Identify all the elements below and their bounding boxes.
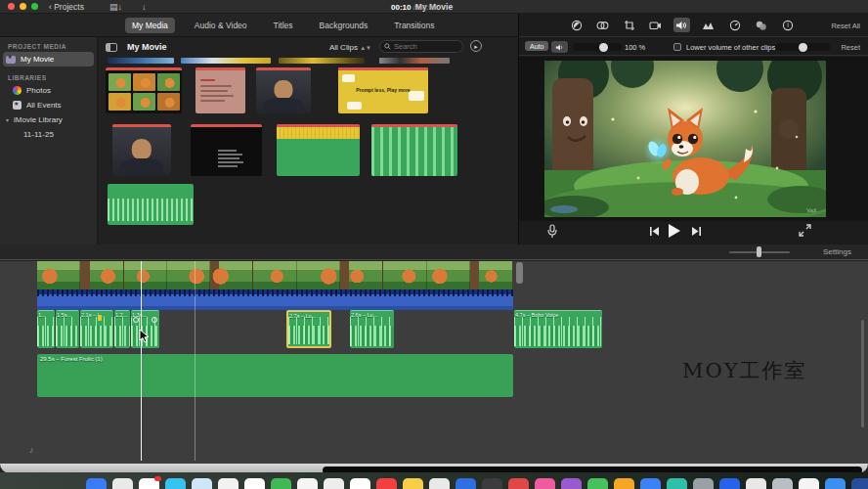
fade-handle[interactable] xyxy=(133,317,139,323)
media-strip[interactable] xyxy=(379,58,450,64)
dock-app-icon[interactable] xyxy=(429,478,450,489)
tab-audio-video[interactable]: Audio & Video xyxy=(188,18,254,33)
dock-app-icon[interactable] xyxy=(535,478,555,489)
dock-app-icon[interactable] xyxy=(403,478,423,489)
dock-app-icon[interactable] xyxy=(693,478,714,489)
audio-clip[interactable]: 4.7s – Bobo Voice xyxy=(514,310,602,348)
dock-app-icon[interactable] xyxy=(112,478,133,489)
sidebar-item-my-movie[interactable]: My Movie xyxy=(3,52,94,67)
dock-app-icon[interactable] xyxy=(587,478,608,489)
background-music-clip[interactable]: 29.5s – Forest Frolic (1) xyxy=(37,354,513,397)
media-thumbnail-screen-recording[interactable] xyxy=(191,124,262,176)
dock-app-icon[interactable] xyxy=(218,478,239,489)
volume-slider-thumb[interactable] xyxy=(599,43,608,52)
dock-app-icon[interactable] xyxy=(244,478,265,489)
sidebar-item-photos[interactable]: Photos xyxy=(0,83,97,98)
dock-app-icon[interactable] xyxy=(139,478,159,489)
auto-volume-button[interactable]: Auto xyxy=(525,41,548,51)
tab-titles[interactable]: Titles xyxy=(267,18,300,33)
media-thumbnail-audio-yellow[interactable] xyxy=(277,124,360,176)
speed-icon[interactable] xyxy=(726,18,743,32)
audio-clip[interactable]: 2.7s – Lu... xyxy=(286,310,331,348)
dock-app-icon[interactable] xyxy=(86,478,107,489)
dock-app-icon[interactable] xyxy=(165,478,186,489)
fox-grid-cell xyxy=(108,73,131,91)
dock-app-icon[interactable] xyxy=(825,478,846,489)
media-thumbnail-webcam-2[interactable] xyxy=(112,124,171,176)
tab-my-media[interactable]: My Media xyxy=(125,18,175,33)
search-box[interactable] xyxy=(379,40,463,53)
dock-app-icon[interactable] xyxy=(297,478,318,489)
audio-clip[interactable]: 1... xyxy=(37,310,55,348)
previous-frame-icon[interactable] xyxy=(649,226,660,237)
info-icon[interactable]: i xyxy=(779,18,796,32)
sidebar-toggle-icon[interactable] xyxy=(106,43,117,52)
chevron-down-icon[interactable]: ▾ xyxy=(6,116,9,123)
dock-app-icon[interactable] xyxy=(324,478,344,489)
color-correction-icon[interactable] xyxy=(594,18,611,32)
audio-clip[interactable]: 2.1s – L... xyxy=(80,310,113,348)
video-clip-filmstrip[interactable] xyxy=(37,261,513,289)
audio-clip[interactable]: 1.5s... xyxy=(56,310,79,348)
vertical-scrollbar[interactable] xyxy=(861,320,864,427)
fade-handle[interactable] xyxy=(152,317,157,323)
dock-app-icon[interactable] xyxy=(772,478,793,489)
dock-app-icon[interactable] xyxy=(561,478,582,489)
reset-all-button[interactable]: Reset All xyxy=(831,22,860,30)
stabilization-icon[interactable] xyxy=(647,18,664,32)
media-strip[interactable] xyxy=(279,58,365,64)
autoplay-icon[interactable]: ▸ xyxy=(470,40,482,52)
next-frame-icon[interactable] xyxy=(691,226,702,237)
clip-trim-handle[interactable] xyxy=(516,262,523,284)
dock-app-icon[interactable] xyxy=(719,478,740,489)
crop-icon[interactable] xyxy=(621,18,637,32)
audio-clip[interactable]: 1.2... xyxy=(114,310,130,348)
timeline-settings-button[interactable]: Settings xyxy=(823,247,851,256)
clip-filter-icon[interactable] xyxy=(753,18,769,32)
audio-clip[interactable]: 2.6s – Lu... xyxy=(350,310,394,348)
dock-app-icon[interactable] xyxy=(667,478,687,489)
tab-transitions[interactable]: Transitions xyxy=(387,18,441,33)
lower-volume-checkbox[interactable] xyxy=(673,43,681,51)
dock-app-icon[interactable] xyxy=(271,478,291,489)
volume-slider[interactable] xyxy=(573,43,622,51)
dock-app-icon[interactable] xyxy=(746,478,766,489)
reset-button[interactable]: Reset xyxy=(841,43,860,52)
media-thumbnail-audio-green[interactable] xyxy=(108,184,194,225)
media-thumbnail-webcam-1[interactable] xyxy=(256,67,311,113)
media-thumbnail-audio-spikes[interactable] xyxy=(371,124,457,176)
fullscreen-icon[interactable] xyxy=(799,224,811,237)
media-thumbnail-document[interactable] xyxy=(195,67,245,113)
sidebar-item-all-events[interactable]: All Events xyxy=(0,98,97,112)
volume-icon[interactable] xyxy=(673,18,690,32)
tab-backgrounds[interactable]: Backgrounds xyxy=(313,18,375,33)
dock-app-icon[interactable] xyxy=(376,478,397,489)
media-thumbnail-slide[interactable]: Prompt less, Play more xyxy=(338,67,428,113)
dock-app-icon[interactable] xyxy=(640,478,661,489)
voiceover-mic-icon[interactable] xyxy=(546,224,558,240)
video-audio-track[interactable] xyxy=(37,289,513,310)
dock-app-icon[interactable] xyxy=(851,478,868,489)
lower-volume-slider-thumb[interactable] xyxy=(799,43,807,52)
dock-app-icon[interactable] xyxy=(482,478,502,489)
dock-app-icon[interactable] xyxy=(614,478,634,489)
doc-line xyxy=(200,90,228,92)
dock-app-icon[interactable] xyxy=(508,478,529,489)
noise-reduction-icon[interactable] xyxy=(700,18,716,32)
dock-app-icon[interactable] xyxy=(192,478,212,489)
media-strip[interactable] xyxy=(108,58,174,64)
playhead[interactable] xyxy=(141,261,142,461)
dock-app-icon[interactable] xyxy=(350,478,370,489)
dock-app-icon[interactable] xyxy=(456,478,476,489)
timeline-zoom-thumb[interactable] xyxy=(757,246,761,257)
media-thumbnail-fox-grid[interactable] xyxy=(106,67,182,113)
color-balance-icon[interactable] xyxy=(568,18,585,32)
media-strip[interactable] xyxy=(181,58,271,64)
dock-app-icon[interactable] xyxy=(799,478,819,489)
sidebar-item-imovie-library[interactable]: ▾ iMovie Library xyxy=(0,112,97,127)
play-icon[interactable] xyxy=(668,223,681,239)
search-input[interactable] xyxy=(394,42,455,51)
clip-filter-dropdown[interactable]: All Clips ▲▼ xyxy=(329,43,371,52)
sidebar-item-event-date[interactable]: 11-11-25 xyxy=(0,127,97,142)
mute-button[interactable] xyxy=(551,41,568,53)
